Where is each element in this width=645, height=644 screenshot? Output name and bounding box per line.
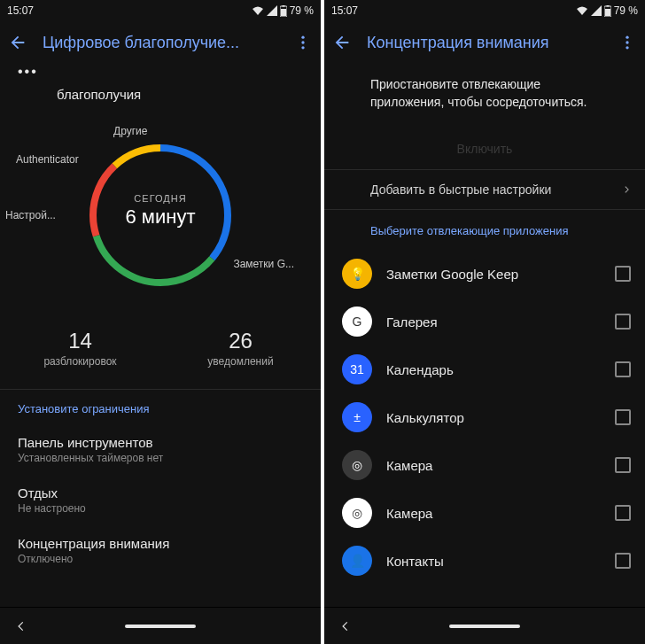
phone-focus: 15:07 79 % Концентрация внимания Приоста…	[324, 0, 645, 644]
app-name: Калькулятор	[386, 410, 601, 425]
battery-icon	[280, 5, 287, 17]
nav-bar	[324, 607, 645, 644]
svg-point-13	[626, 36, 628, 39]
app-row[interactable]: ◎Камера	[324, 489, 645, 537]
page-subtitle: благополучия	[0, 83, 321, 109]
svg-point-14	[626, 41, 628, 43]
page-title: Концентрация внимания	[367, 34, 602, 52]
stat-unlocks-value: 14	[0, 329, 160, 353]
status-time: 15:07	[7, 4, 252, 17]
svg-rect-2	[281, 9, 286, 16]
status-time: 15:07	[331, 4, 576, 17]
battery-percent: 79 %	[290, 4, 314, 17]
app-checkbox[interactable]	[615, 553, 631, 569]
section-select-apps: Выберите отвлекающие приложения	[324, 210, 645, 250]
stats-row: 14 разблокировок 26 уведомлений	[0, 313, 321, 389]
stat-unlocks[interactable]: 14 разблокировок	[0, 329, 160, 368]
svg-point-3	[301, 36, 304, 39]
quick-settings-row[interactable]: Добавить в быстрые настройки	[324, 169, 645, 210]
nav-home-pill[interactable]	[125, 625, 196, 628]
row-focus-title: Концентрация внимания	[18, 536, 303, 551]
app-name: Галерея	[386, 314, 601, 330]
stat-unlocks-label: разблокировок	[0, 355, 160, 368]
nav-home-pill[interactable]	[449, 625, 520, 628]
stat-notifications[interactable]: 26 уведомлений	[160, 329, 321, 368]
app-name: Камера	[386, 506, 601, 521]
app-icon: ◎	[342, 498, 372, 528]
signal-icon	[267, 5, 277, 16]
chart-label-other: Другие	[113, 125, 147, 137]
nav-back-icon[interactable]	[339, 620, 352, 632]
row-winddown-title: Отдых	[18, 485, 303, 500]
chart-today-label: СЕГОДНЯ	[134, 193, 186, 204]
nav-bar	[0, 607, 321, 644]
app-icon: G	[342, 306, 372, 337]
app-checkbox[interactable]	[615, 457, 631, 473]
overflow-menu[interactable]	[617, 32, 638, 53]
app-name: Контакты	[386, 554, 601, 569]
row-winddown[interactable]: Отдых Не настроено	[0, 475, 321, 525]
svg-point-5	[301, 46, 304, 49]
app-name: Камера	[386, 458, 601, 473]
app-list: 💡Заметки Google KeepGГалерея31Календарь±…	[324, 250, 645, 585]
app-icon: ±	[342, 402, 372, 432]
chart-label-settings: Настрой...	[5, 209, 56, 221]
app-name: Календарь	[386, 362, 601, 377]
app-row[interactable]: GГалерея	[324, 298, 645, 345]
row-dashboard-sub: Установленных таймеров нет	[18, 452, 303, 464]
row-focus[interactable]: Концентрация внимания Отключено	[0, 525, 321, 576]
chart-label-auth: Authenticator	[16, 153, 79, 166]
title-bar: Цифровое благополучие...	[0, 21, 321, 64]
back-button[interactable]	[331, 32, 353, 53]
status-bar: 15:07 79 %	[324, 0, 645, 21]
app-icon: ◎	[342, 450, 372, 480]
svg-point-15	[626, 46, 628, 49]
app-name: Заметки Google Keep	[386, 267, 601, 282]
row-dashboard[interactable]: Панель инструментов Установленных таймер…	[0, 424, 321, 475]
app-icon: 31	[342, 354, 372, 384]
app-checkbox[interactable]	[615, 505, 631, 521]
app-row[interactable]: 👤Контакты	[324, 537, 645, 585]
app-row[interactable]: 31Календарь	[324, 345, 645, 393]
overflow-menu[interactable]	[292, 32, 314, 53]
app-checkbox[interactable]	[615, 361, 631, 377]
stat-notifications-value: 26	[160, 329, 321, 353]
app-row[interactable]: 💡Заметки Google Keep	[324, 250, 645, 298]
app-icon: 💡	[342, 259, 372, 289]
usage-chart[interactable]: СЕГОДНЯ 6 минут Другие Authenticator Нас…	[0, 109, 321, 313]
app-row[interactable]: ±Калькулятор	[324, 393, 645, 441]
signal-icon	[591, 5, 602, 16]
svg-rect-12	[605, 9, 610, 16]
stat-notifications-label: уведомлений	[160, 355, 321, 368]
nav-back-icon[interactable]	[15, 620, 27, 632]
wifi-icon	[252, 5, 264, 16]
title-bar: Концентрация внимания	[324, 21, 645, 64]
svg-rect-1	[282, 5, 284, 7]
chart-value: 6 минут	[126, 206, 196, 229]
phone-wellbeing: 15:07 79 % Цифровое благополучие... ••• …	[0, 0, 321, 644]
svg-point-4	[301, 41, 304, 43]
ellipsis-icon: •••	[0, 64, 321, 83]
svg-rect-11	[606, 5, 609, 7]
quick-settings-label: Добавить в быстрые настройки	[370, 182, 622, 197]
battery-percent: 79 %	[614, 4, 638, 17]
chevron-right-icon	[622, 183, 631, 196]
enable-button[interactable]: Включить	[457, 142, 513, 156]
page-title: Цифровое благополучие...	[43, 34, 278, 52]
wifi-icon	[576, 5, 588, 16]
chart-label-keep: Заметки G...	[233, 258, 294, 270]
app-row[interactable]: ◎Камера	[324, 441, 645, 489]
row-dashboard-title: Панель инструментов	[18, 435, 303, 450]
back-button[interactable]	[7, 32, 28, 53]
app-icon: 👤	[342, 546, 372, 576]
status-bar: 15:07 79 %	[0, 0, 321, 21]
battery-icon	[604, 5, 611, 17]
section-limits: Установите ограничения	[0, 389, 321, 424]
row-winddown-sub: Не настроено	[18, 502, 303, 515]
row-focus-sub: Отключено	[18, 553, 303, 565]
app-checkbox[interactable]	[615, 409, 631, 425]
focus-description: Приостановите отвлекающие приложения, чт…	[324, 64, 645, 128]
app-checkbox[interactable]	[615, 266, 631, 282]
app-checkbox[interactable]	[615, 314, 631, 330]
